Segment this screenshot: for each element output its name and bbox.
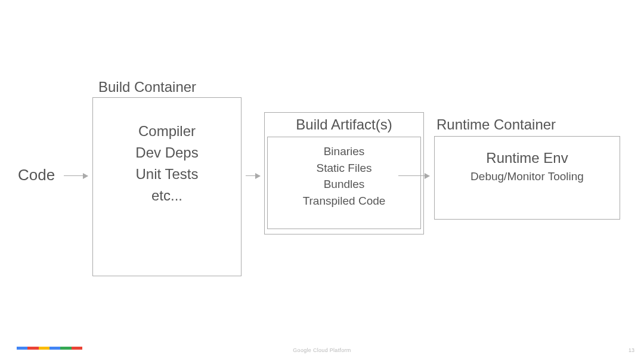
- google-bar-segment: [60, 347, 71, 350]
- build-container-box: Compiler Dev Deps Unit Tests etc...: [92, 97, 242, 276]
- artifact-line-staticfiles: Static Files: [270, 160, 418, 177]
- arrow-code-to-build: [64, 175, 88, 176]
- build-container-title: Build Container: [98, 79, 196, 95]
- google-bar-segment: [49, 347, 60, 350]
- runtime-sub-label: Debug/Monitor Tooling: [435, 170, 620, 183]
- google-bar-segment: [72, 347, 82, 350]
- artifact-title: Build Artifact(s): [267, 116, 421, 133]
- arrow-build-to-artifact: [246, 175, 260, 176]
- artifact-line-binaries: Binaries: [270, 143, 418, 160]
- runtime-env-label: Runtime Env: [435, 150, 620, 166]
- build-line-compiler: Compiler: [93, 121, 241, 142]
- build-line-unittests: Unit Tests: [93, 163, 241, 185]
- build-line-devdeps: Dev Deps: [93, 142, 241, 163]
- code-label: Code: [18, 166, 55, 184]
- artifact-line-transpiled: Transpiled Code: [270, 193, 418, 209]
- google-bar-segment: [39, 347, 49, 350]
- runtime-container-title: Runtime Container: [436, 116, 556, 133]
- diagram-canvas: Code Build Container Compiler Dev Deps U…: [0, 0, 644, 358]
- footer-text: Google Cloud Platform: [293, 347, 351, 353]
- artifact-outer-box: Build Artifact(s) Binaries Static Files …: [264, 112, 424, 234]
- page-number: 13: [628, 347, 634, 353]
- artifact-content: Binaries Static Files Bundles Transpiled…: [270, 143, 418, 209]
- artifact-inner-box: Binaries Static Files Bundles Transpiled…: [267, 137, 421, 229]
- artifact-line-bundles: Bundles: [270, 176, 418, 193]
- google-color-bar: [17, 347, 82, 350]
- google-bar-segment: [17, 347, 27, 350]
- build-container-content: Compiler Dev Deps Unit Tests etc...: [93, 121, 241, 206]
- arrow-artifact-to-runtime: [398, 175, 429, 176]
- google-bar-segment: [27, 347, 38, 350]
- build-line-etc: etc...: [93, 185, 241, 206]
- runtime-container-box: Runtime Env Debug/Monitor Tooling: [434, 136, 620, 220]
